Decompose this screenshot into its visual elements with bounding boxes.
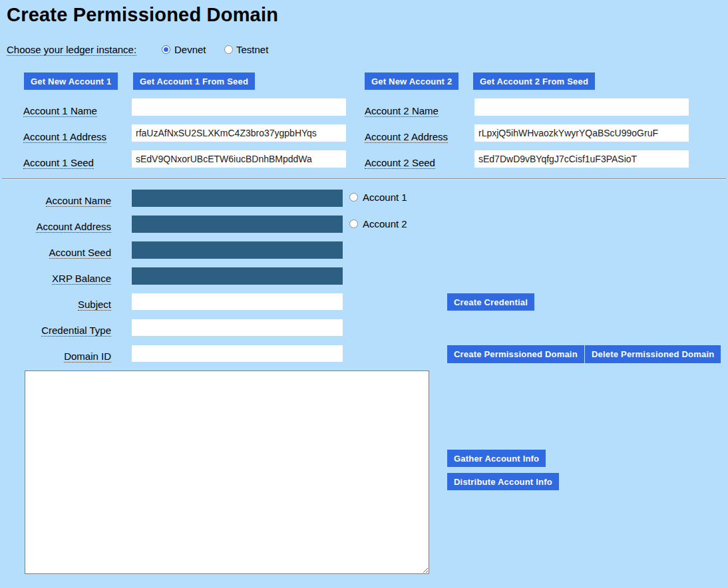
account-2-name-input[interactable] xyxy=(474,98,689,116)
account-name-label: Account Name xyxy=(0,195,111,207)
subject-input[interactable] xyxy=(132,293,343,310)
distribute-account-info-button[interactable]: Distribute Account Info xyxy=(447,473,559,490)
create-permissioned-domain-button[interactable]: Create Permissioned Domain xyxy=(447,345,584,363)
get-new-account-2-button[interactable]: Get New Account 2 xyxy=(365,73,458,90)
account-1-address-label: Account 1 Address xyxy=(23,131,106,143)
domain-id-label: Domain ID xyxy=(0,351,111,363)
testnet-radio-label[interactable]: Testnet xyxy=(236,44,268,56)
account-2-seed-label: Account 2 Seed xyxy=(365,157,435,169)
account-seed-label: Account Seed xyxy=(0,247,111,259)
account-1-address-input[interactable] xyxy=(132,124,346,142)
account-address-label: Account Address xyxy=(0,221,111,233)
domain-id-input[interactable] xyxy=(132,345,343,362)
account-2-radio[interactable] xyxy=(349,220,358,228)
get-account-2-from-seed-button[interactable]: Get Account 2 From Seed xyxy=(473,73,595,90)
account-1-seed-input[interactable] xyxy=(132,150,346,168)
delete-permissioned-domain-button[interactable]: Delete Permissioned Domain xyxy=(585,345,721,363)
get-new-account-1-button[interactable]: Get New Account 1 xyxy=(24,73,118,90)
credential-type-input[interactable] xyxy=(132,319,343,336)
page-title: Create Permissioned Domain xyxy=(7,4,278,26)
account-2-seed-input[interactable] xyxy=(474,150,689,168)
create-credential-button[interactable]: Create Credential xyxy=(447,293,534,311)
account-address-field[interactable] xyxy=(132,216,343,233)
testnet-radio[interactable] xyxy=(224,45,233,54)
account-1-name-input[interactable] xyxy=(132,98,346,116)
subject-label: Subject xyxy=(0,299,111,311)
xrp-balance-label: XRP Balance xyxy=(0,273,111,285)
account-name-field[interactable] xyxy=(132,190,343,207)
account-2-address-label: Account 2 Address xyxy=(365,131,448,143)
account-1-seed-label: Account 1 Seed xyxy=(23,157,94,169)
gather-account-info-button[interactable]: Gather Account Info xyxy=(447,450,546,467)
credential-type-label: Credential Type xyxy=(0,325,111,337)
account-2-radio-label[interactable]: Account 2 xyxy=(363,218,407,230)
account-seed-field[interactable] xyxy=(132,241,343,259)
results-textarea[interactable] xyxy=(25,370,429,574)
get-account-1-from-seed-button[interactable]: Get Account 1 From Seed xyxy=(133,73,255,90)
account-1-radio-label[interactable]: Account 1 xyxy=(363,192,407,204)
account-2-address-input[interactable] xyxy=(474,124,689,142)
account-2-name-label: Account 2 Name xyxy=(365,105,439,117)
account-1-radio[interactable] xyxy=(349,193,358,202)
ledger-instance-label: Choose your ledger instance: xyxy=(7,44,136,56)
xrp-balance-field[interactable] xyxy=(132,267,343,285)
create-permissioned-domain-page: Create Permissioned Domain Choose your l… xyxy=(0,0,728,588)
devnet-radio[interactable] xyxy=(162,45,170,54)
section-divider xyxy=(2,178,726,180)
account-1-name-label: Account 1 Name xyxy=(23,105,97,117)
devnet-radio-label[interactable]: Devnet xyxy=(174,44,206,56)
